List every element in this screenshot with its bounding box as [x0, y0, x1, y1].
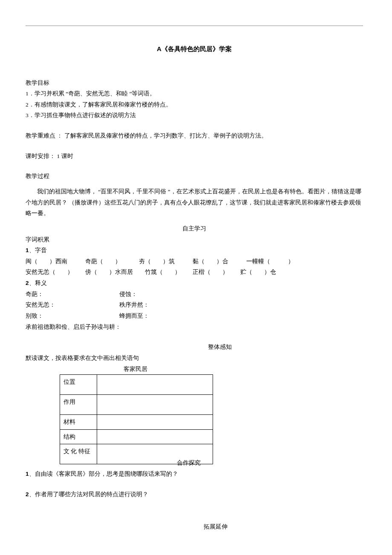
def-qinshi: 侵蚀：	[119, 289, 363, 300]
objective-2: 2．有感情朗读课文，了解客家民居和傣家竹楼的特点。	[26, 99, 363, 110]
extension-heading: 拓展延伸	[26, 521, 363, 532]
def-anran: 安然无恙：	[26, 299, 119, 311]
title-main: 《各具特色的民居》学案	[161, 46, 232, 52]
kejia-table: 位置 作用 材料 结构 文 化 特征	[60, 374, 213, 464]
pronunciation-line-1: 闽（ ）西南 奇葩（ ） 夯（ ）筑 黏（ ）合 一幢幢（ ）	[26, 256, 363, 267]
pronunciation-line-2: 安然无恙（ ） 傍（ ）水而居 竹篾（ ） 正楷（ ） 贮（ ）仓	[26, 267, 363, 278]
title-prefix: A	[157, 45, 161, 52]
q2-number: 2	[26, 491, 29, 497]
hours-heading: 课时安排： 1 课时	[26, 151, 363, 162]
self-study-heading: 自主学习	[26, 223, 363, 234]
cooperation-heading: 合作探究	[177, 457, 201, 469]
def-chengqian: 承前祖德勤和俭、启后子孙读与耕：	[26, 322, 363, 333]
table-cell	[97, 415, 213, 430]
objective-1: 1．学习并积累 “奇葩、安然无恙、和睦 ”等词语。	[26, 88, 363, 99]
def-biezhi: 别致：	[26, 311, 119, 322]
table-cell	[97, 429, 213, 444]
item-number-2: 2	[26, 280, 29, 286]
definition-row: 别致： 蜂拥而至：	[26, 311, 363, 322]
process-heading: 教学过程	[26, 171, 363, 182]
table-row-culture: 文 化 特征	[60, 444, 97, 464]
table-cell	[97, 375, 213, 395]
vocab-heading: 字词积累	[26, 234, 363, 245]
table-row-position: 位置	[60, 375, 97, 395]
q1-text: 、自由读《客家民居》部分，思考是围绕哪段话来写的？	[29, 471, 178, 477]
whole-perception-heading: 整体感知	[26, 342, 363, 353]
table-row-material: 材料	[60, 415, 97, 430]
intro-paragraph: 我们的祖国地大物博， “百里不同风，千里不同俗 ”，在艺术形式上百花盛开，在民居…	[26, 186, 363, 219]
table-cell	[97, 395, 213, 415]
definition-row: 安然无恙： 秩序井然：	[26, 299, 363, 311]
pronunciation-label: 、字音	[29, 247, 47, 253]
table-title: 客家民居	[26, 364, 363, 375]
definition-label: 、释义	[29, 280, 47, 286]
whole-instruction: 默读课文，按表格要求在文中画出相关语句	[26, 353, 363, 364]
q2-text: 、作者用了哪些方法对民居的特点进行说明？	[29, 491, 148, 497]
definition-heading: 2、释义	[26, 278, 363, 289]
q1-number: 1	[26, 471, 29, 477]
definition-row: 奇葩： 侵蚀：	[26, 289, 363, 300]
pronunciation-heading: 1、字音	[26, 245, 363, 256]
objective-3: 3．学习抓住事物特点进行叙述的说明方法	[26, 110, 363, 121]
def-zhixu: 秩序井然：	[119, 299, 363, 311]
def-qipa: 奇葩：	[26, 289, 119, 300]
difficulty-heading: 教学重难点 ： 了解客家民居及傣家竹楼的特点，学习列数字、打比方、举例子的说明方…	[26, 130, 363, 141]
table-row-function: 作用	[60, 395, 97, 415]
objectives-heading: 教学目标	[26, 78, 363, 89]
top-rule	[26, 26, 363, 26]
table-row-structure: 结构	[60, 429, 97, 444]
def-fengyong: 蜂拥而至：	[119, 311, 363, 322]
document-title: A《各具特色的民居》学案	[26, 43, 363, 55]
coop-question-1: 1、自由读《客家民居》部分，思考是围绕哪段话来写的？	[26, 469, 363, 480]
coop-question-2: 2、作者用了哪些方法对民居的特点进行说明？	[26, 489, 363, 500]
item-number-1: 1	[26, 247, 29, 253]
